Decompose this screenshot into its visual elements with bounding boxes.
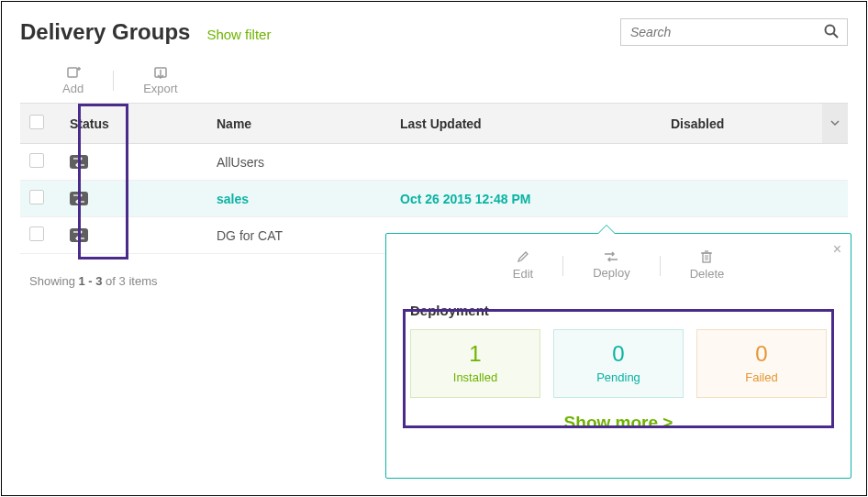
add-label: Add [62,82,83,95]
select-all-checkbox[interactable] [29,115,44,129]
edit-button[interactable]: Edit [502,250,544,281]
edit-label: Edit [513,267,533,281]
add-button[interactable]: Add [57,66,89,95]
export-label: Export [143,82,178,95]
row-checkbox[interactable] [29,153,44,168]
pending-card[interactable]: 0 Pending [553,329,684,398]
table-row[interactable]: sales Oct 26 2015 12:48 PM [20,181,848,217]
row-checkbox[interactable] [29,226,44,241]
close-button[interactable]: × [833,241,841,258]
row-checkbox[interactable] [29,190,44,204]
failed-label: Failed [697,370,826,384]
status-icon [70,228,88,242]
cell-last-updated: Oct 26 2015 12:48 PM [391,181,662,217]
divider [113,71,114,91]
svg-point-0 [826,26,835,35]
chevron-down-icon [829,117,840,128]
pending-label: Pending [554,370,683,384]
svg-rect-7 [703,253,710,262]
show-filter-link[interactable]: Show filter [206,27,271,42]
add-icon [66,66,81,79]
deployment-title: Deployment [410,303,827,318]
table-row[interactable]: AllUsers [20,144,848,181]
failed-card[interactable]: 0 Failed [696,329,827,398]
detail-popover: × Edit Deploy Delete Deployment 1 I [385,233,851,479]
svg-rect-2 [68,68,77,77]
cell-name: DG for CAT [207,217,391,254]
search-box [620,18,848,46]
col-last-updated[interactable]: Last Updated [391,104,662,144]
installed-count: 1 [411,341,540,367]
cell-name: AllUsers [207,144,391,181]
divider [562,256,563,276]
search-input[interactable] [620,18,848,46]
cell-disabled [662,181,822,217]
delivery-groups-table: Status Name Last Updated Disabled AllUse… [20,103,848,254]
page-title: Delivery Groups [20,19,190,45]
delete-button[interactable]: Delete [679,250,736,281]
installed-card[interactable]: 1 Installed [410,329,540,398]
pending-count: 0 [554,341,683,367]
columns-menu-button[interactable] [822,104,848,144]
col-status[interactable]: Status [61,104,207,144]
col-disabled[interactable]: Disabled [662,104,822,144]
col-name[interactable]: Name [207,104,391,144]
cell-name: sales [207,181,391,217]
trash-icon [701,250,712,263]
show-more-link[interactable]: Show more > [386,413,851,433]
divider [660,256,661,276]
delete-label: Delete [690,267,725,281]
status-icon [70,192,88,205]
deploy-button[interactable]: Deploy [582,251,640,280]
cell-disabled [662,144,822,181]
status-icon [70,155,88,169]
cell-last-updated [391,144,662,181]
deploy-icon [604,251,618,262]
export-icon [153,66,168,79]
export-button[interactable]: Export [138,66,184,95]
installed-label: Installed [411,370,540,384]
svg-line-1 [834,34,839,39]
deploy-label: Deploy [593,266,629,280]
search-icon[interactable] [824,24,839,41]
failed-count: 0 [697,341,826,367]
pencil-icon [517,250,529,263]
